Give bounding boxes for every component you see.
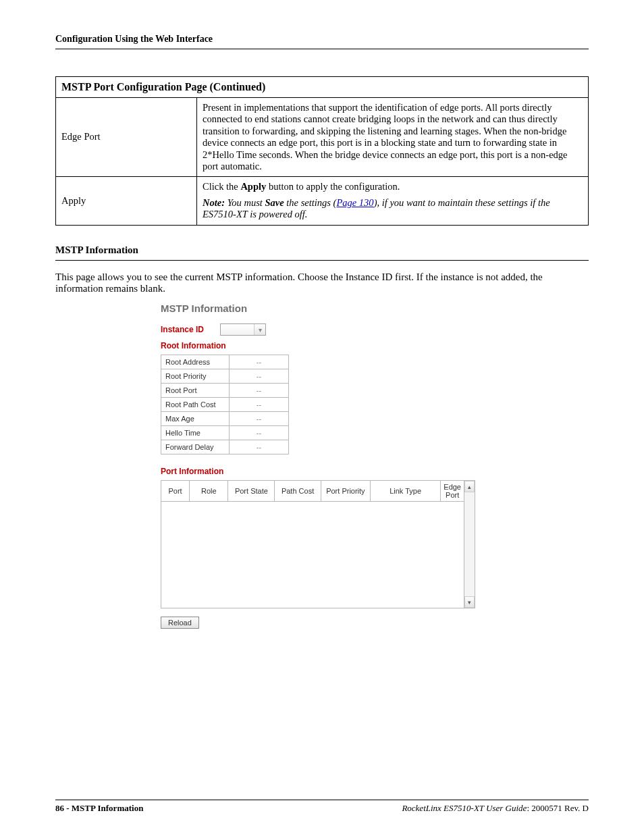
apply-line1c: button to apply the configuration. bbox=[266, 181, 400, 192]
root-key: Hello Time bbox=[161, 426, 230, 440]
doc-number: 2000571 Rev. D bbox=[531, 803, 589, 813]
table-row: Root Port-- bbox=[161, 384, 289, 398]
root-key: Root Port bbox=[161, 384, 230, 398]
row-label-apply: Apply bbox=[56, 177, 197, 225]
row-desc-apply: Click the Apply button to apply the conf… bbox=[197, 177, 589, 225]
root-val: -- bbox=[230, 398, 289, 412]
col-port: Port bbox=[161, 481, 190, 502]
running-header: Configuration Using the Web Interface bbox=[55, 34, 589, 45]
panel-title: MSTP Information bbox=[161, 303, 498, 314]
root-key: Root Path Cost bbox=[161, 398, 230, 412]
col-link-type: Link Type bbox=[370, 481, 440, 502]
note-b: the settings ( bbox=[284, 197, 337, 208]
page-link[interactable]: Page 130 bbox=[336, 197, 373, 208]
root-val: -- bbox=[230, 412, 289, 426]
section-heading: MSTP Information bbox=[55, 244, 589, 256]
col-role: Role bbox=[190, 481, 228, 502]
row-label-edge-port: Edge Port bbox=[56, 98, 197, 177]
instance-id-select[interactable]: ▾ bbox=[220, 323, 266, 336]
root-key: Max Age bbox=[161, 412, 230, 426]
table-row: Hello Time-- bbox=[161, 426, 289, 440]
port-info-table: Port Role Port State Path Cost Port Prio… bbox=[161, 480, 464, 608]
root-info-heading: Root Information bbox=[161, 341, 498, 350]
table-row: Root Address-- bbox=[161, 355, 289, 369]
table-row: Root Priority-- bbox=[161, 369, 289, 384]
section-rule bbox=[55, 260, 589, 261]
mstp-config-table: MSTP Port Configuration Page (Continued)… bbox=[55, 76, 589, 226]
root-key: Root Address bbox=[161, 355, 230, 369]
port-info-heading: Port Information bbox=[161, 467, 498, 476]
chevron-down-icon[interactable]: ▾ bbox=[254, 324, 265, 335]
scrollbar[interactable]: ▴ ▾ bbox=[464, 480, 475, 608]
root-val: -- bbox=[230, 426, 289, 440]
port-table-body bbox=[161, 502, 464, 608]
col-path-cost: Path Cost bbox=[275, 481, 321, 502]
row-desc-edge-port: Present in implementations that support … bbox=[197, 98, 589, 177]
footer-sep: - bbox=[64, 803, 72, 813]
scroll-up-icon[interactable]: ▴ bbox=[464, 481, 475, 492]
apply-line1a: Click the bbox=[203, 181, 240, 192]
col-port-priority: Port Priority bbox=[321, 481, 370, 502]
header-rule bbox=[55, 49, 589, 49]
table-row: Apply Click the Apply button to apply th… bbox=[56, 177, 589, 225]
table-row: Root Path Cost-- bbox=[161, 398, 289, 412]
scroll-down-icon[interactable]: ▾ bbox=[464, 596, 475, 608]
root-val: -- bbox=[230, 384, 289, 398]
table-row: Max Age-- bbox=[161, 412, 289, 426]
note-prefix: Note: bbox=[203, 197, 225, 208]
table-row: Edge Port Present in implementations tha… bbox=[56, 98, 589, 177]
col-edge-port: Edge Port bbox=[441, 481, 464, 502]
root-val: -- bbox=[230, 355, 289, 369]
table-row: Forward Delay-- bbox=[161, 440, 289, 454]
footer-rule bbox=[55, 800, 589, 800]
instance-id-label: Instance ID bbox=[161, 325, 220, 334]
root-val: -- bbox=[230, 440, 289, 454]
page-number: 86 bbox=[55, 803, 64, 813]
apply-word: Apply bbox=[240, 181, 266, 192]
col-port-state: Port State bbox=[228, 481, 275, 502]
product-name: RocketLinx ES7510-XT User Guide bbox=[402, 803, 527, 813]
footer-section: MSTP Information bbox=[72, 803, 144, 813]
root-info-table: Root Address-- Root Priority-- Root Port… bbox=[161, 355, 289, 454]
footer: 86 - MSTP Information RocketLinx ES7510-… bbox=[55, 800, 589, 814]
note-a: You must bbox=[225, 197, 265, 208]
table-caption: MSTP Port Configuration Page (Continued) bbox=[56, 77, 589, 98]
root-key: Forward Delay bbox=[161, 440, 230, 454]
mstp-info-panel: MSTP Information Instance ID ▾ Root Info… bbox=[161, 303, 498, 629]
section-body: This page allows you to see the current … bbox=[55, 271, 589, 295]
reload-button[interactable]: Reload bbox=[161, 617, 199, 629]
save-word: Save bbox=[265, 197, 284, 208]
root-key: Root Priority bbox=[161, 369, 230, 384]
root-val: -- bbox=[230, 369, 289, 384]
